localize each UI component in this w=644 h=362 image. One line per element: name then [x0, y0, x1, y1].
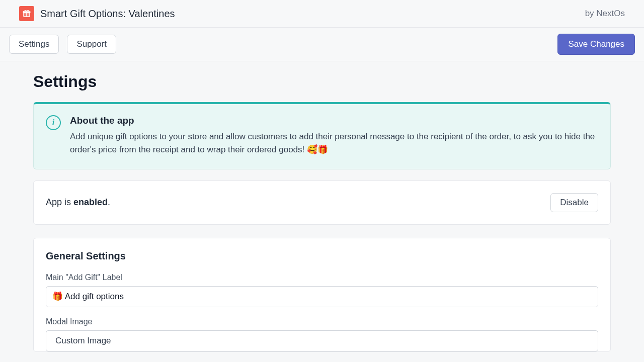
- modal-image-caption: Modal Image: [46, 317, 598, 326]
- tab-support[interactable]: Support: [67, 35, 116, 54]
- by-line: by NextOs: [585, 9, 625, 19]
- general-settings-card: General Settings Main "Add Gift" Label M…: [33, 238, 611, 352]
- modal-image-select[interactable]: Custom Image: [46, 330, 598, 351]
- app-status-card: App is enabled. Disable: [33, 180, 611, 225]
- app-header: Smart Gift Options: Valentines by NextOs: [0, 0, 644, 28]
- disable-button[interactable]: Disable: [550, 193, 598, 212]
- tab-settings[interactable]: Settings: [9, 35, 59, 54]
- app-title: Smart Gift Options: Valentines: [40, 8, 175, 20]
- main-add-gift-label-input[interactable]: [46, 286, 598, 307]
- app-logo-icon: [19, 6, 34, 21]
- page-title: Settings: [33, 72, 611, 91]
- info-icon: i: [46, 115, 61, 130]
- about-card: i About the app Add unique gift options …: [33, 102, 611, 169]
- main-add-gift-label-caption: Main "Add Gift" Label: [46, 273, 598, 282]
- app-status-text: App is enabled.: [46, 197, 110, 208]
- about-title: About the app: [70, 115, 598, 126]
- general-settings-title: General Settings: [46, 250, 598, 262]
- save-changes-button[interactable]: Save Changes: [557, 34, 635, 55]
- about-description: Add unique gift options to your store an…: [70, 130, 598, 157]
- toolbar: Settings Support Save Changes: [0, 28, 644, 61]
